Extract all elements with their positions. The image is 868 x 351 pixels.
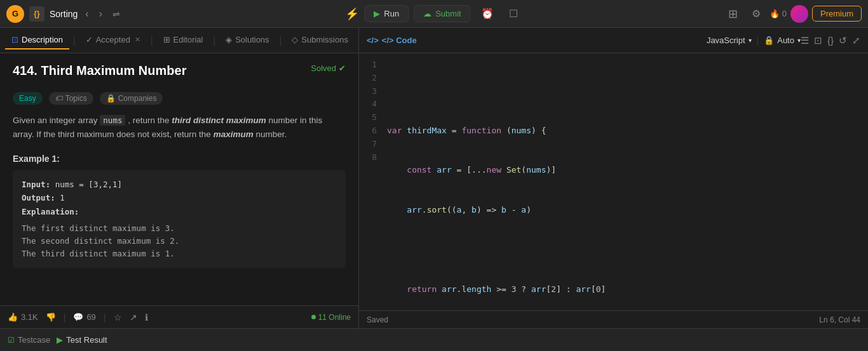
lock-icon: 🔒 bbox=[106, 94, 116, 103]
problem-title-heading: 414. Third Maximum Number bbox=[13, 63, 346, 78]
difficulty-badge: Easy bbox=[13, 92, 43, 105]
code-actions: ☰ ⊡ {} ↺ ⤢ bbox=[801, 35, 860, 46]
dislike-button[interactable]: 👎 bbox=[46, 312, 56, 322]
solutions-icon: ◈ bbox=[226, 35, 232, 44]
editorial-icon: ⊞ bbox=[163, 35, 170, 44]
auto-mode-selector[interactable]: 🔒 Auto ▾ bbox=[764, 36, 801, 45]
run-button[interactable]: ▶ Run bbox=[364, 5, 409, 22]
avatar[interactable] bbox=[790, 5, 808, 23]
output-line: Output: 1 bbox=[22, 191, 337, 204]
left-bottom-bar: 👍 3.1K 👎 | 💬 69 | ☆ ↗ ℹ 11 Online bbox=[0, 305, 358, 328]
fullscreen-button[interactable]: ⤢ bbox=[852, 35, 860, 46]
input-line: Input: nums = [3,2,1] bbox=[22, 178, 337, 191]
separator-2: | bbox=[104, 312, 106, 322]
lightning-icon: ⚡ bbox=[345, 7, 359, 21]
shuffle-button[interactable]: ⇌ bbox=[110, 6, 123, 22]
problem-content: Solved ✔ 414. Third Maximum Number Easy … bbox=[0, 53, 358, 305]
testresult-tab[interactable]: ▶ Test Result bbox=[57, 335, 107, 345]
maximum-bold-text: maximum bbox=[214, 129, 254, 139]
top-nav: G {} Sorting ‹ › ⇌ ⚡ ▶ Run ☁ Submit ⏰ ☐ … bbox=[0, 0, 868, 28]
description-icon: ⊡ bbox=[11, 35, 18, 44]
cloud-icon: ☁ bbox=[423, 9, 431, 18]
tab-separator-1: | bbox=[73, 36, 76, 46]
topics-button[interactable]: 🏷 Topics bbox=[49, 92, 93, 105]
code-brackets-icon: </> bbox=[367, 36, 379, 45]
format-button[interactable]: ☰ bbox=[801, 35, 809, 46]
tab-description[interactable]: ⊡ Description bbox=[5, 31, 69, 50]
bookmark-button[interactable]: ⊡ bbox=[814, 35, 822, 46]
lang-separator: | bbox=[757, 36, 759, 46]
code-editor[interactable]: 1 2 3 4 5 6 7 8 var thirdMax = function … bbox=[359, 53, 868, 310]
tab-separator-2: | bbox=[151, 36, 153, 46]
layout-button[interactable]: ⊞ bbox=[723, 4, 743, 23]
example-block: Input: nums = [3,2,1] Output: 1 Explanat… bbox=[13, 170, 346, 268]
premium-button[interactable]: Premium bbox=[812, 6, 862, 22]
output-value: 1 bbox=[60, 193, 65, 202]
code-line-2: var thirdMax = function (nums) { bbox=[384, 124, 868, 138]
tab-solutions[interactable]: ◈ Solutions bbox=[219, 31, 275, 50]
chevron-down-icon: ▾ bbox=[749, 37, 752, 44]
companies-button[interactable]: 🔒 Companies bbox=[100, 92, 163, 105]
input-label: Input: bbox=[22, 180, 50, 189]
tab-editorial[interactable]: ⊞ Editorial bbox=[157, 31, 210, 50]
streak-count: 🔥 0 bbox=[770, 9, 787, 18]
example-text: The first distinct maximum is 3. The sec… bbox=[22, 222, 337, 260]
bottom-strip: ☑ Testcase ▶ Test Result bbox=[0, 328, 868, 351]
submissions-icon: ◇ bbox=[292, 35, 298, 44]
thumbs-up-icon: 👍 bbox=[8, 312, 18, 322]
check-icon: ✓ bbox=[86, 35, 93, 44]
prev-problem-button[interactable]: ‹ bbox=[83, 6, 91, 22]
code-panel-title: </> </> Code bbox=[367, 36, 417, 45]
tab-submissions[interactable]: ◇ Submissions bbox=[285, 31, 355, 50]
comment-icon: 💬 bbox=[73, 312, 83, 322]
problem-status: Solved ✔ bbox=[311, 63, 346, 73]
code-line-3: const arr = [...new Set(nums)] bbox=[384, 164, 868, 177]
code-bottom-bar: Saved Ln 6, Col 44 bbox=[359, 310, 868, 328]
settings-button[interactable]: ⚙ bbox=[747, 5, 766, 22]
thumbs-down-icon: 👎 bbox=[46, 312, 56, 322]
bold-italic-text: third distinct maximum bbox=[172, 116, 266, 125]
separator-1: | bbox=[64, 312, 66, 322]
logo[interactable]: G bbox=[6, 5, 24, 23]
problem-title: Sorting bbox=[50, 9, 78, 19]
info-button[interactable]: ℹ bbox=[145, 312, 148, 322]
play-icon: ▶ bbox=[374, 9, 380, 18]
code-header: </> </> Code JavaScript ▾ | 🔒 Auto ▾ ☰ ⊡… bbox=[359, 28, 868, 53]
save-status: Saved bbox=[367, 315, 388, 324]
note-button[interactable]: ☐ bbox=[504, 5, 523, 22]
code-line-6: return arr.length >= 3 ? arr[2] : arr[0] bbox=[384, 283, 868, 296]
main-layout: ⊡ Description | ✓ Accepted ✕ | ⊞ Editori… bbox=[0, 28, 868, 328]
next-problem-button[interactable]: › bbox=[97, 6, 105, 22]
star-button[interactable]: ☆ bbox=[114, 312, 122, 322]
like-button[interactable]: 👍 3.1K bbox=[8, 312, 38, 322]
nums-inline-code: nums bbox=[100, 115, 125, 126]
right-panel: </> </> Code JavaScript ▾ | 🔒 Auto ▾ ☰ ⊡… bbox=[359, 28, 868, 328]
left-panel: ⊡ Description | ✓ Accepted ✕ | ⊞ Editori… bbox=[0, 28, 359, 328]
output-label: Output: bbox=[22, 193, 55, 202]
testcase-tab[interactable]: ☑ Testcase bbox=[8, 335, 50, 345]
terminal-icon: ▶ bbox=[57, 335, 63, 345]
submit-button[interactable]: ☁ Submit bbox=[414, 5, 470, 22]
online-badge: 11 Online bbox=[311, 313, 351, 322]
explanation-label: Explanation: bbox=[22, 207, 79, 216]
alarm-button[interactable]: ⏰ bbox=[476, 5, 499, 22]
input-value: nums = [3,2,1] bbox=[55, 180, 122, 189]
code-content[interactable]: var thirdMax = function (nums) { const a… bbox=[384, 58, 868, 305]
lock-small-icon: 🔒 bbox=[764, 36, 774, 45]
comment-button[interactable]: 💬 69 bbox=[73, 312, 95, 322]
undo-button[interactable]: ↺ bbox=[839, 35, 847, 46]
testcase-checkbox-icon: ☑ bbox=[8, 336, 15, 345]
nav-right-controls: ⊞ ⚙ 🔥 0 Premium bbox=[723, 4, 862, 23]
tab-accepted[interactable]: ✓ Accepted ✕ bbox=[79, 31, 147, 50]
close-accepted-icon[interactable]: ✕ bbox=[135, 36, 140, 44]
tab-separator-4: | bbox=[280, 36, 282, 46]
language-selector[interactable]: JavaScript ▾ bbox=[707, 36, 752, 45]
share-button[interactable]: ↗ bbox=[130, 312, 137, 322]
example-title: Example 1: bbox=[13, 154, 346, 164]
tab-separator-3: | bbox=[213, 36, 215, 46]
prettify-button[interactable]: {} bbox=[827, 35, 834, 46]
tag-icon: 🏷 bbox=[55, 94, 63, 103]
explanation-label-line: Explanation: bbox=[22, 205, 337, 218]
code-line-5 bbox=[384, 243, 868, 256]
problem-tabs: ⊡ Description | ✓ Accepted ✕ | ⊞ Editori… bbox=[0, 28, 358, 53]
